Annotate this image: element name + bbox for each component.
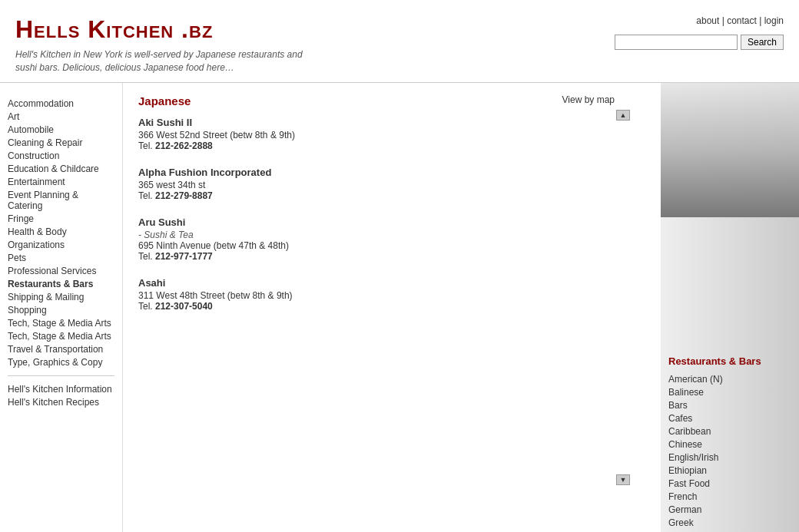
right-sidebar-content: Restaurants & Bars American (N)BalineseB…	[668, 83, 791, 532]
list-item: Bars	[668, 399, 791, 411]
sidebar-item: Professional Services	[8, 266, 114, 276]
sidebar-item: Construction	[8, 150, 114, 161]
business-address: 366 West 52nd Street (betw 8th & 9th)	[138, 130, 645, 140]
restaurant-type-link[interactable]: Balinese	[668, 387, 704, 398]
restaurant-type-link[interactable]: Ethiopian	[668, 465, 707, 476]
sidebar-item: Health & Body	[8, 226, 114, 237]
sidebar-item: Event Planning & Catering	[8, 190, 114, 211]
sidebar-item-link[interactable]: Fringe	[8, 213, 34, 224]
right-sidebar: Restaurants & Bars American (N)BalineseB…	[661, 83, 799, 532]
restaurant-type-link[interactable]: English/Irish	[668, 452, 718, 463]
sidebar-item-link[interactable]: Shipping & Mailing	[8, 292, 84, 302]
list-item: Chinese	[668, 438, 791, 450]
about-link[interactable]: about	[696, 15, 719, 26]
extra-links: Hell's Kitchen InformationHell's Kitchen…	[8, 384, 114, 408]
sidebar-divider	[8, 375, 114, 376]
scroll-down-button[interactable]: ▼	[616, 474, 630, 485]
business-address: 365 west 34th st	[138, 180, 645, 190]
sidebar-item-link[interactable]: Health & Body	[8, 226, 67, 237]
restaurant-type-link[interactable]: Caribbean	[668, 426, 711, 437]
sidebar-item-link[interactable]: Restaurants & Bars	[8, 279, 93, 289]
header: Hells Kitchen .bz Hell's Kitchen in New …	[0, 0, 799, 83]
view-by-map-link[interactable]: View by map	[562, 94, 615, 105]
tagline: Hell's Kitchen in New York is well-serve…	[15, 48, 307, 74]
sidebar-item: Restaurants & Bars	[8, 279, 114, 289]
business-entry: Aru Sushi- Sushi & Tea695 Ninth Avenue (…	[138, 216, 645, 262]
sidebar-item-link[interactable]: Automobile	[8, 124, 54, 135]
list-item: Cafes	[668, 412, 791, 424]
business-name: Alpha Fushion Incorporated	[138, 167, 645, 178]
sidebar-item-link[interactable]: Event Planning & Catering	[8, 190, 78, 211]
business-name: Aki Sushi II	[138, 117, 645, 128]
restaurant-type-link[interactable]: French	[668, 491, 697, 502]
business-name: Aru Sushi	[138, 216, 645, 228]
sidebar-item: Shopping	[8, 305, 114, 316]
list-item: Indian	[668, 530, 791, 532]
login-link[interactable]: login	[764, 15, 784, 26]
list-item: French	[668, 491, 791, 502]
sidebar-item: Automobile	[8, 124, 114, 135]
business-name: Asahi	[138, 277, 645, 289]
restaurant-type-link[interactable]: Cafes	[668, 413, 692, 424]
search-button[interactable]: Search	[741, 35, 784, 50]
sidebar-item-link[interactable]: Organizations	[8, 240, 65, 250]
content-area: Japanese View by map ▲ Aki Sushi II366 W…	[123, 83, 661, 532]
sidebar-item-link[interactable]: Cleaning & Repair	[8, 137, 82, 148]
business-entry: Aki Sushi II366 West 52nd Street (betw 8…	[138, 117, 645, 151]
left-sidebar: AccommodationArtAutomobileCleaning & Rep…	[0, 83, 123, 532]
list-item: Greek	[668, 517, 791, 528]
sidebar-item: Pets	[8, 253, 114, 263]
list-item: Caribbean	[668, 425, 791, 437]
sidebar-item: Accommodation	[8, 98, 114, 109]
business-phone: Tel. 212-307-5040	[138, 301, 645, 312]
sidebar-item: Tech, Stage & Media Arts	[8, 331, 114, 342]
right-sidebar-title: Restaurants & Bars	[668, 355, 791, 367]
top-nav: about | contact | login	[696, 15, 784, 26]
restaurant-type-link[interactable]: Chinese	[668, 439, 702, 450]
sidebar-item-link[interactable]: Pets	[8, 253, 26, 263]
sidebar-item-link[interactable]: Art	[8, 111, 19, 122]
sidebar-item: Travel & Transportation	[8, 344, 114, 355]
sidebar-item: Organizations	[8, 240, 114, 250]
sidebar-item-link[interactable]: Tech, Stage & Media Arts	[8, 331, 111, 342]
business-phone: Tel. 212-262-2888	[138, 140, 645, 151]
extra-link[interactable]: Hell's Kitchen Recipes	[8, 397, 114, 408]
scroll-up-button[interactable]: ▲	[616, 110, 630, 121]
list-item: Fast Food	[668, 477, 791, 489]
business-entry: Alpha Fushion Incorporated365 west 34th …	[138, 167, 645, 201]
sidebar-item-link[interactable]: Professional Services	[8, 266, 96, 276]
business-phone: Tel. 212-279-8887	[138, 190, 645, 201]
list-item: English/Irish	[668, 451, 791, 463]
restaurant-type-link[interactable]: German	[668, 504, 701, 515]
restaurant-type-list: American (N)BalineseBarsCafesCaribbeanCh…	[668, 373, 791, 532]
sidebar-item: Cleaning & Repair	[8, 137, 114, 148]
sidebar-item-link[interactable]: Travel & Transportation	[8, 344, 103, 355]
list-item: Balinese	[668, 386, 791, 398]
restaurant-type-link[interactable]: Fast Food	[668, 478, 710, 489]
extra-link[interactable]: Hell's Kitchen Information	[8, 384, 114, 395]
business-subtitle: - Sushi & Tea	[138, 230, 645, 240]
restaurant-type-link[interactable]: American (N)	[668, 374, 723, 385]
sidebar-item: Education & Childcare	[8, 164, 114, 174]
business-list: Aki Sushi II366 West 52nd Street (betw 8…	[138, 117, 645, 312]
sidebar-item: Art	[8, 111, 114, 122]
contact-link[interactable]: contact	[727, 15, 757, 26]
sidebar-item-link[interactable]: Shopping	[8, 305, 47, 316]
sidebar-item-link[interactable]: Entertainment	[8, 177, 65, 187]
main-layout: AccommodationArtAutomobileCleaning & Rep…	[0, 83, 799, 532]
sidebar-item: Tech, Stage & Media Arts	[8, 318, 114, 329]
business-phone: Tel. 212-977-1777	[138, 251, 645, 262]
business-address: 695 Ninth Avenue (betw 47th & 48th)	[138, 240, 645, 251]
sidebar-item-link[interactable]: Tech, Stage & Media Arts	[8, 318, 111, 329]
sidebar-item: Entertainment	[8, 177, 114, 187]
sidebar-item-link[interactable]: Education & Childcare	[8, 164, 99, 174]
sidebar-item: Shipping & Mailing	[8, 292, 114, 302]
list-item: American (N)	[668, 373, 791, 385]
search-input[interactable]	[615, 35, 738, 50]
sidebar-item-link[interactable]: Type, Graphics & Copy	[8, 357, 102, 368]
restaurant-type-link[interactable]: Greek	[668, 517, 694, 528]
sidebar-item-link[interactable]: Accommodation	[8, 98, 74, 109]
sidebar-item-link[interactable]: Construction	[8, 150, 59, 161]
restaurant-type-link[interactable]: Bars	[668, 400, 688, 411]
business-entry: Asahi311 West 48th Street (betw 8th & 9t…	[138, 277, 645, 312]
